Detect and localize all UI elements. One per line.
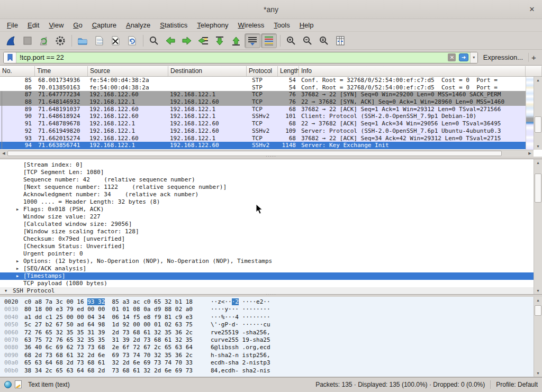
menu-help[interactable]: Help [295, 19, 319, 31]
expander-expanded-icon[interactable]: ▼ [3, 287, 8, 295]
packet-row[interactable]: 9371.662015274192.168.122.60192.168.122.… [0, 135, 542, 142]
expander-collapsed-icon[interactable]: ▶ [15, 265, 20, 272]
detail-line[interactable]: Sequence number: 42 (relative sequence n… [0, 176, 542, 184]
scroll-left-icon[interactable]: ◀ [0, 150, 7, 157]
detail-line[interactable]: ▶[SEQ/ACK analysis] [0, 265, 542, 272]
scroll-down-icon[interactable]: ▼ [534, 370, 542, 377]
zoom-in-icon[interactable] [283, 33, 299, 48]
filter-bookmark-icon[interactable] [4, 52, 16, 63]
menu-telephony[interactable]: Telephony [192, 19, 233, 31]
scroll-up-icon[interactable]: ▲ [534, 77, 542, 84]
hex-row[interactable]: 0020 c0 a8 7a 3c 00 16 93 32 85 a3 ac c0… [0, 298, 542, 306]
packet-list-vertical-scrollbar[interactable]: ▲ ▼ [534, 77, 542, 150]
hex-row[interactable]: 00505c 27 b2 67 50 ad 64 98 1d 92 00 00 … [0, 321, 542, 329]
close-file-icon[interactable] [107, 33, 123, 48]
packet-list-minimap[interactable] [526, 77, 534, 150]
scroll-up-icon[interactable]: ▲ [534, 159, 542, 166]
packet-row[interactable]: 9171.648789678192.168.122.1192.168.122.6… [0, 120, 542, 127]
expander-collapsed-icon[interactable]: ▶ [15, 258, 20, 265]
hex-row[interactable]: 007063 75 72 76 65 32 35 35 31 39 2d 73 … [0, 336, 542, 344]
expander-collapsed-icon[interactable]: ▶ [15, 206, 20, 213]
detail-line[interactable]: [Window size scaling factor: 128] [0, 228, 542, 235]
expert-info-icon[interactable] [4, 381, 12, 388]
hex-row[interactable]: 00a065 63 64 68 2d 73 68 61 32 2d 6e 69 … [0, 359, 542, 367]
find-packet-icon[interactable] [146, 33, 162, 48]
packet-row[interactable]: 8771.647777234192.168.122.60192.168.122.… [0, 91, 542, 98]
open-file-icon[interactable] [75, 33, 91, 48]
menu-file[interactable]: File [2, 19, 23, 31]
stop-capture-icon[interactable] [20, 33, 35, 48]
hex-vertical-scrollbar[interactable]: ▲ ▼ [534, 297, 542, 377]
detail-line[interactable]: [Checksum Status: Unverified] [0, 243, 542, 250]
scrollbar-thumb[interactable] [535, 305, 541, 316]
column-header-info[interactable]: Info [299, 66, 526, 76]
detail-line[interactable]: [TCP Segment Len: 1080] [0, 169, 542, 176]
add-filter-button[interactable]: + [528, 53, 539, 62]
auto-scroll-icon[interactable] [245, 33, 260, 48]
packet-row[interactable]: 9271.661949820192.168.122.1192.168.122.6… [0, 127, 542, 135]
scroll-right-icon[interactable]: ▶ [526, 150, 534, 157]
packet-row-selected[interactable]: 9471.663856741192.168.122.1192.168.122.6… [0, 142, 542, 149]
detail-line[interactable]: 1000 .... = Header Length: 32 bytes (8) [0, 198, 542, 206]
go-to-first-icon[interactable] [212, 33, 228, 48]
detail-line-selected[interactable]: ▶[Timestamps] [0, 272, 542, 280]
expander-collapsed-icon[interactable]: ▶ [15, 272, 20, 280]
detail-line[interactable]: Urgent pointer: 0 [0, 250, 542, 258]
menu-view[interactable]: View [44, 19, 68, 31]
scrollbar-thumb[interactable] [535, 116, 541, 133]
resize-columns-icon[interactable] [332, 33, 348, 48]
capture-comment-icon[interactable] [15, 380, 22, 388]
detail-line[interactable]: Checksum: 0x79ed [unverified] [0, 235, 542, 243]
menu-go[interactable]: Go [68, 19, 87, 31]
packet-row[interactable]: 8971.648191037192.168.122.60192.168.122.… [0, 106, 542, 113]
menu-capture[interactable]: Capture [87, 19, 121, 31]
scroll-up-icon[interactable]: ▲ [534, 297, 542, 304]
hex-row[interactable]: 00b038 34 2c 65 63 64 68 2d 73 68 61 32 … [0, 367, 542, 375]
menu-statistics[interactable]: Statistics [155, 19, 192, 31]
filter-dropdown-icon[interactable]: ▾ [470, 52, 477, 63]
filter-apply-button[interactable]: ➜ [457, 52, 470, 63]
detail-line[interactable]: [Stream index: 0] [0, 161, 542, 169]
column-header-protocol[interactable]: Protocol [247, 66, 278, 76]
filter-clear-button[interactable]: ✕ [447, 52, 457, 63]
capture-options-icon[interactable] [52, 33, 68, 48]
details-vertical-scrollbar[interactable]: ▲ ▼ [534, 159, 542, 294]
hex-row[interactable]: 009068 2d 73 68 61 32 2d 6e 69 73 74 70 … [0, 352, 542, 359]
column-header-source[interactable]: Source [88, 66, 168, 76]
expression-button[interactable]: Expression... [478, 53, 528, 61]
column-header-length[interactable]: Length [278, 66, 299, 76]
detail-line[interactable]: ▶Flags: 0x018 (PSH, ACK) [0, 206, 542, 213]
go-to-packet-icon[interactable] [195, 33, 211, 48]
hex-row[interactable]: 008036 40 6c 69 62 73 73 68 2e 6f 72 67 … [0, 344, 542, 351]
menu-analyze[interactable]: Analyze [121, 19, 155, 31]
column-header-no[interactable]: No. [0, 66, 35, 76]
packet-row[interactable]: 9071.648618924192.168.122.60192.168.122.… [0, 113, 542, 120]
menu-tools[interactable]: Tools [269, 19, 294, 31]
detail-line[interactable]: Window size value: 227 [0, 213, 542, 221]
detail-line[interactable]: Acknowledgment number: 34 (relative ack … [0, 191, 542, 198]
packet-row[interactable]: 8568.001734936fe:54:00:d4:38:2aSTP54Conf… [0, 77, 542, 84]
hex-row[interactable]: 003080 18 00 e3 79 ed 00 00 01 01 08 0a … [0, 306, 542, 313]
go-to-last-icon[interactable] [228, 33, 244, 48]
colorize-icon[interactable] [261, 33, 277, 48]
menu-wireless[interactable]: Wireless [233, 19, 269, 31]
start-capture-icon[interactable] [3, 33, 19, 48]
zoom-out-icon[interactable] [300, 33, 315, 48]
packet-row[interactable]: 8670.013850163fe:54:00:d4:38:2aSTP54Conf… [0, 84, 542, 92]
zoom-100-icon[interactable] [316, 33, 332, 48]
detail-line[interactable]: [Calculated window size: 29056] [0, 221, 542, 228]
go-forward-icon[interactable] [179, 33, 195, 48]
scrollbar-thumb[interactable] [535, 174, 541, 203]
profile-label[interactable]: Profile: Default [496, 381, 538, 388]
scrollbar-thumb[interactable] [7, 151, 502, 156]
detail-line[interactable]: TCP payload (1080 bytes) [0, 280, 542, 287]
close-icon[interactable]: ✕ [527, 5, 537, 14]
menu-edit[interactable]: Edit [23, 19, 44, 31]
detail-line[interactable]: ▶Options: (12 bytes), No-Operation (NOP)… [0, 258, 542, 265]
reload-file-icon[interactable] [124, 33, 140, 48]
save-file-icon[interactable]: 01010110 [91, 33, 107, 48]
detail-line[interactable]: [Next sequence number: 1122 (relative se… [0, 184, 542, 191]
restart-capture-icon[interactable] [36, 33, 52, 48]
packet-row[interactable]: 8871.648146932192.168.122.1192.168.122.6… [0, 98, 542, 106]
column-header-time[interactable]: Time [35, 66, 88, 76]
